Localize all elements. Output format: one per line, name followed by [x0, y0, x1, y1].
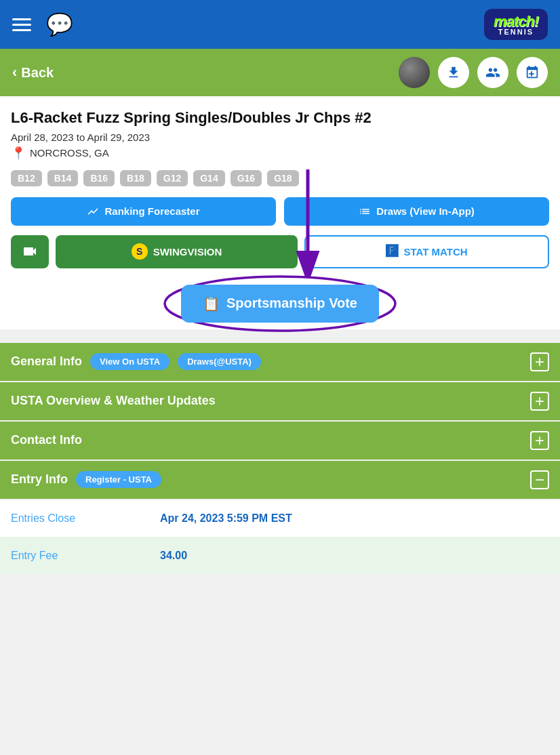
hamburger-menu-button[interactable]	[12, 18, 31, 31]
draws-view-label: Draws (View In-App)	[376, 205, 475, 217]
contact-info-section-bar[interactable]: Contact Info +	[0, 422, 560, 460]
doc-icon: 📋	[203, 295, 220, 312]
entry-info-bar-left: Entry Info Register - USTA	[11, 471, 161, 488]
usta-overview-expand-icon[interactable]: +	[530, 392, 549, 411]
action-icons	[399, 57, 548, 88]
entry-info-content: Entries Close Apr 24, 2023 5:59 PM EST E…	[0, 500, 560, 574]
general-info-title: General Info	[11, 354, 82, 369]
entry-fee-label: Entry Fee	[11, 550, 160, 562]
age-badge-b16: B16	[83, 170, 115, 186]
draws-view-button[interactable]: Draws (View In-App)	[284, 197, 549, 226]
entry-info-section-bar[interactable]: Entry Info Register - USTA −	[0, 461, 560, 499]
entries-close-value: Apr 24, 2023 5:59 PM EST	[160, 512, 292, 525]
chart-icon	[87, 205, 99, 218]
avatar-button[interactable]	[399, 57, 430, 88]
back-button[interactable]: ‹ Back	[12, 64, 54, 81]
entry-fee-value: 34.00	[160, 550, 187, 562]
ranking-forecaster-button[interactable]: Ranking Forecaster	[11, 197, 276, 226]
general-info-bar-left: General Info View On USTA Draws(@USTA)	[11, 353, 261, 370]
contact-info-title: Contact Info	[11, 433, 82, 447]
general-info-expand-icon[interactable]: +	[530, 352, 549, 371]
entry-info-title: Entry Info	[11, 472, 68, 487]
tournament-dates: April 28, 2023 to April 29, 2023	[11, 131, 549, 143]
group-button[interactable]	[477, 57, 508, 88]
swingvision-button[interactable]: S SWINGVISION	[56, 235, 298, 268]
statmatch-icon: 🅿	[386, 245, 398, 259]
entries-close-label: Entries Close	[11, 512, 160, 525]
age-badge-g16: G16	[231, 170, 262, 186]
back-bar: ‹ Back	[0, 49, 560, 96]
age-badge-b14: B14	[47, 170, 79, 186]
calendar-button[interactable]	[517, 57, 548, 88]
age-badge-b18: B18	[120, 170, 151, 186]
age-badge-b12: B12	[11, 170, 42, 186]
sections-container: General Info View On USTA Draws(@USTA) +…	[0, 343, 560, 574]
swingvision-label: SWINGVISION	[153, 246, 222, 258]
nav-left: 💬	[12, 12, 73, 37]
main-content: L6-Racket Fuzz Spring Singles/Doubles Jr…	[0, 96, 560, 329]
statmatch-label: STAT MATCH	[403, 246, 467, 258]
video-row: S SWINGVISION 🅿 STAT MATCH	[11, 235, 549, 268]
usta-overview-section-bar[interactable]: USTA Overview & Weather Updates +	[0, 382, 560, 420]
action-buttons-row: Ranking Forecaster Draws (View In-App)	[11, 197, 549, 226]
back-label: Back	[21, 65, 54, 81]
statmatch-button[interactable]: 🅿 STAT MATCH	[304, 235, 549, 268]
sportsmanship-vote-button[interactable]: 📋 Sportsmanship Vote	[181, 285, 379, 323]
entries-close-row: Entries Close Apr 24, 2023 5:59 PM EST	[0, 500, 560, 537]
download-button[interactable]	[438, 57, 469, 88]
draws-usta-button[interactable]: Draws(@USTA)	[178, 353, 261, 370]
age-badge-g12: G12	[157, 170, 188, 186]
entry-info-collapse-icon[interactable]: −	[530, 470, 549, 489]
sportsmanship-vote-container: 📋 Sportsmanship Vote	[11, 285, 549, 323]
swingvision-logo: S	[132, 243, 148, 260]
age-badge-g18: G18	[267, 170, 298, 186]
ranking-forecaster-label: Ranking Forecaster	[104, 205, 199, 217]
logo-sub: TENNIS	[494, 28, 538, 36]
age-badges: B12 B14 B16 B18 G12 G14 G16 G18	[11, 170, 549, 186]
tournament-location: 📍 NORCROSS, GA	[11, 146, 549, 161]
view-on-usta-button[interactable]: View On USTA	[90, 353, 169, 370]
contact-info-expand-icon[interactable]: +	[530, 431, 549, 450]
video-camera-button[interactable]	[11, 235, 49, 268]
list-icon	[359, 205, 371, 218]
usta-overview-title: USTA Overview & Weather Updates	[11, 394, 216, 408]
sportsmanship-vote-label: Sportsmanship Vote	[226, 295, 357, 311]
tournament-title: L6-Racket Fuzz Spring Singles/Doubles Jr…	[11, 108, 549, 127]
app-logo: match! TENNIS	[484, 9, 548, 40]
age-badge-g14: G14	[193, 170, 224, 186]
avatar-image	[399, 57, 430, 88]
register-usta-button[interactable]: Register - USTA	[76, 471, 161, 488]
general-info-section-bar[interactable]: General Info View On USTA Draws(@USTA) +	[0, 343, 560, 381]
location-text: NORCROSS, GA	[30, 147, 109, 159]
top-nav: 💬 match! TENNIS	[0, 0, 560, 49]
chat-icon[interactable]: 💬	[46, 12, 73, 37]
sportsmanship-section: 📋 Sportsmanship Vote	[11, 278, 549, 329]
chevron-left-icon: ‹	[12, 64, 17, 81]
camera-icon	[22, 243, 38, 260]
entry-fee-row: Entry Fee 34.00	[0, 537, 560, 574]
location-pin-icon: 📍	[11, 146, 26, 161]
